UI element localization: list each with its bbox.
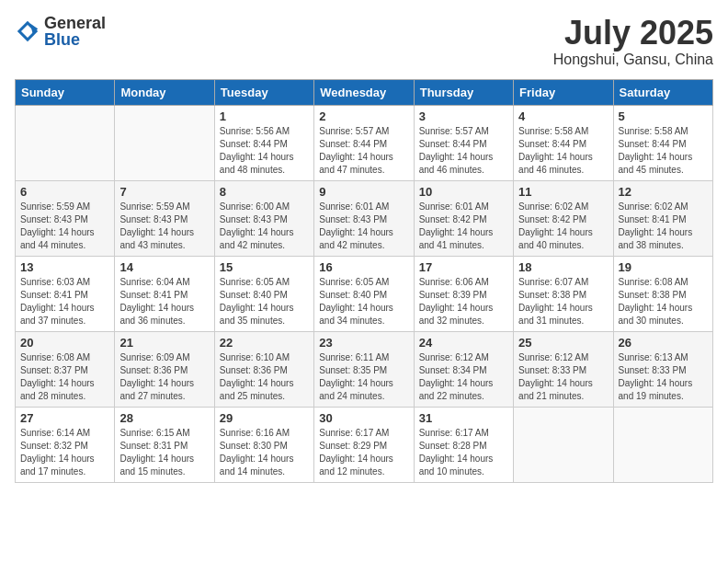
- day-number: 15: [220, 260, 309, 274]
- calendar-cell: 25Sunrise: 6:12 AM Sunset: 8:33 PM Dayli…: [514, 331, 613, 407]
- logo: General Blue: [15, 15, 106, 48]
- calendar-cell: 16Sunrise: 6:05 AM Sunset: 8:40 PM Dayli…: [314, 256, 414, 331]
- calendar-cell: 24Sunrise: 6:12 AM Sunset: 8:34 PM Dayli…: [414, 331, 513, 407]
- day-info: Sunrise: 6:16 AM Sunset: 8:30 PM Dayligh…: [220, 427, 309, 478]
- day-number: 2: [319, 109, 408, 123]
- calendar-cell: 18Sunrise: 6:07 AM Sunset: 8:38 PM Dayli…: [514, 256, 613, 331]
- day-number: 16: [319, 260, 408, 274]
- calendar-cell: [16, 105, 115, 180]
- calendar-cell: 27Sunrise: 6:14 AM Sunset: 8:32 PM Dayli…: [16, 407, 115, 482]
- day-info: Sunrise: 5:57 AM Sunset: 8:44 PM Dayligh…: [419, 125, 508, 177]
- day-number: 4: [518, 109, 608, 123]
- day-number: 25: [518, 336, 608, 350]
- day-info: Sunrise: 5:59 AM Sunset: 8:43 PM Dayligh…: [119, 201, 209, 252]
- calendar-cell: 13Sunrise: 6:03 AM Sunset: 8:41 PM Dayli…: [16, 256, 115, 331]
- calendar-cell: 19Sunrise: 6:08 AM Sunset: 8:38 PM Dayli…: [613, 256, 712, 331]
- day-number: 24: [419, 336, 508, 350]
- calendar-cell: 14Sunrise: 6:04 AM Sunset: 8:41 PM Dayli…: [115, 256, 214, 331]
- day-info: Sunrise: 6:11 AM Sunset: 8:35 PM Dayligh…: [319, 351, 408, 403]
- calendar-cell: 30Sunrise: 6:17 AM Sunset: 8:29 PM Dayli…: [314, 407, 414, 482]
- day-number: 29: [220, 411, 309, 425]
- week-row-1: 1Sunrise: 5:56 AM Sunset: 8:44 PM Daylig…: [16, 105, 713, 180]
- calendar-cell: 20Sunrise: 6:08 AM Sunset: 8:37 PM Dayli…: [16, 331, 115, 407]
- header-friday: Friday: [514, 79, 613, 105]
- day-number: 1: [220, 109, 309, 123]
- day-number: 12: [619, 185, 708, 199]
- day-info: Sunrise: 6:09 AM Sunset: 8:36 PM Dayligh…: [119, 351, 209, 403]
- calendar-cell: 15Sunrise: 6:05 AM Sunset: 8:40 PM Dayli…: [214, 256, 313, 331]
- day-number: 5: [619, 109, 708, 123]
- day-info: Sunrise: 5:56 AM Sunset: 8:44 PM Dayligh…: [220, 125, 309, 177]
- calendar-cell: 10Sunrise: 6:01 AM Sunset: 8:42 PM Dayli…: [414, 180, 513, 256]
- calendar-cell: [115, 105, 214, 180]
- day-info: Sunrise: 6:12 AM Sunset: 8:33 PM Dayligh…: [518, 351, 608, 403]
- calendar-cell: 6Sunrise: 5:59 AM Sunset: 8:43 PM Daylig…: [16, 180, 115, 256]
- day-number: 7: [119, 185, 209, 199]
- logo-general: General: [44, 15, 106, 31]
- calendar-cell: 22Sunrise: 6:10 AM Sunset: 8:36 PM Dayli…: [214, 331, 313, 407]
- header-saturday: Saturday: [613, 79, 712, 105]
- day-number: 30: [319, 411, 408, 425]
- calendar-cell: [613, 407, 712, 482]
- day-info: Sunrise: 6:08 AM Sunset: 8:37 PM Dayligh…: [20, 351, 109, 403]
- month-title: July 2025: [553, 15, 713, 52]
- location-title: Hongshui, Gansu, China: [553, 52, 713, 68]
- calendar-cell: 17Sunrise: 6:06 AM Sunset: 8:39 PM Dayli…: [414, 256, 513, 331]
- day-info: Sunrise: 5:58 AM Sunset: 8:44 PM Dayligh…: [518, 125, 608, 177]
- header-row: SundayMondayTuesdayWednesdayThursdayFrid…: [16, 79, 713, 105]
- day-number: 11: [518, 185, 608, 199]
- calendar-cell: 29Sunrise: 6:16 AM Sunset: 8:30 PM Dayli…: [214, 407, 313, 482]
- day-info: Sunrise: 6:15 AM Sunset: 8:31 PM Dayligh…: [119, 427, 209, 478]
- day-number: 17: [419, 260, 508, 274]
- day-number: 19: [619, 260, 708, 274]
- day-number: 21: [119, 336, 209, 350]
- calendar-table: SundayMondayTuesdayWednesdayThursdayFrid…: [15, 79, 713, 483]
- day-info: Sunrise: 6:00 AM Sunset: 8:43 PM Dayligh…: [220, 201, 309, 252]
- day-info: Sunrise: 6:13 AM Sunset: 8:33 PM Dayligh…: [619, 351, 708, 403]
- calendar-cell: 7Sunrise: 5:59 AM Sunset: 8:43 PM Daylig…: [115, 180, 214, 256]
- calendar-cell: 1Sunrise: 5:56 AM Sunset: 8:44 PM Daylig…: [214, 105, 313, 180]
- day-info: Sunrise: 6:06 AM Sunset: 8:39 PM Dayligh…: [419, 276, 508, 327]
- day-number: 31: [419, 411, 508, 425]
- calendar-cell: 2Sunrise: 5:57 AM Sunset: 8:44 PM Daylig…: [314, 105, 414, 180]
- calendar-cell: 4Sunrise: 5:58 AM Sunset: 8:44 PM Daylig…: [514, 105, 613, 180]
- day-number: 14: [119, 260, 209, 274]
- calendar-cell: 5Sunrise: 5:58 AM Sunset: 8:44 PM Daylig…: [613, 105, 712, 180]
- day-info: Sunrise: 6:10 AM Sunset: 8:36 PM Dayligh…: [220, 351, 309, 403]
- header-thursday: Thursday: [414, 79, 513, 105]
- day-number: 10: [419, 185, 508, 199]
- day-info: Sunrise: 6:01 AM Sunset: 8:43 PM Dayligh…: [319, 201, 408, 252]
- day-number: 9: [319, 185, 408, 199]
- day-info: Sunrise: 6:02 AM Sunset: 8:42 PM Dayligh…: [518, 201, 608, 252]
- calendar-cell: 26Sunrise: 6:13 AM Sunset: 8:33 PM Dayli…: [613, 331, 712, 407]
- day-number: 20: [20, 336, 109, 350]
- calendar-cell: 8Sunrise: 6:00 AM Sunset: 8:43 PM Daylig…: [214, 180, 313, 256]
- week-row-3: 13Sunrise: 6:03 AM Sunset: 8:41 PM Dayli…: [16, 256, 713, 331]
- calendar-cell: 23Sunrise: 6:11 AM Sunset: 8:35 PM Dayli…: [314, 331, 414, 407]
- day-info: Sunrise: 5:57 AM Sunset: 8:44 PM Dayligh…: [319, 125, 408, 177]
- day-info: Sunrise: 6:17 AM Sunset: 8:29 PM Dayligh…: [319, 427, 408, 478]
- calendar-cell: 21Sunrise: 6:09 AM Sunset: 8:36 PM Dayli…: [115, 331, 214, 407]
- logo-icon: [15, 18, 40, 44]
- day-number: 8: [220, 185, 309, 199]
- day-number: 23: [319, 336, 408, 350]
- day-number: 13: [20, 260, 109, 274]
- day-number: 18: [518, 260, 608, 274]
- day-info: Sunrise: 6:14 AM Sunset: 8:32 PM Dayligh…: [20, 427, 109, 478]
- calendar-cell: 11Sunrise: 6:02 AM Sunset: 8:42 PM Dayli…: [514, 180, 613, 256]
- day-info: Sunrise: 6:07 AM Sunset: 8:38 PM Dayligh…: [518, 276, 608, 327]
- day-info: Sunrise: 5:59 AM Sunset: 8:43 PM Dayligh…: [20, 201, 109, 252]
- week-row-4: 20Sunrise: 6:08 AM Sunset: 8:37 PM Dayli…: [16, 331, 713, 407]
- calendar-cell: 12Sunrise: 6:02 AM Sunset: 8:41 PM Dayli…: [613, 180, 712, 256]
- logo-blue: Blue: [44, 31, 106, 48]
- day-info: Sunrise: 6:05 AM Sunset: 8:40 PM Dayligh…: [220, 276, 309, 327]
- header-sunday: Sunday: [16, 79, 115, 105]
- page-header: General Blue July 2025 Hongshui, Gansu, …: [15, 15, 713, 68]
- week-row-5: 27Sunrise: 6:14 AM Sunset: 8:32 PM Dayli…: [16, 407, 713, 482]
- week-row-2: 6Sunrise: 5:59 AM Sunset: 8:43 PM Daylig…: [16, 180, 713, 256]
- day-info: Sunrise: 6:01 AM Sunset: 8:42 PM Dayligh…: [419, 201, 508, 252]
- day-number: 28: [119, 411, 209, 425]
- day-number: 22: [220, 336, 309, 350]
- day-number: 27: [20, 411, 109, 425]
- header-monday: Monday: [115, 79, 214, 105]
